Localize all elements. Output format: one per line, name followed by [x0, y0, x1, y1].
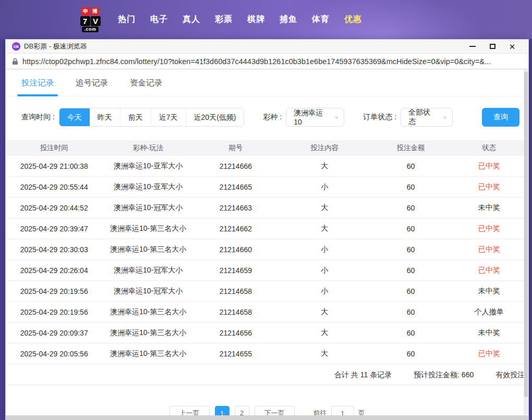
status-badge: 已中奖 — [478, 162, 500, 170]
url-text[interactable]: https://ctop02pchwp1.zfnc84.com/lottery/… — [22, 57, 522, 66]
minimize-button[interactable] — [463, 41, 482, 52]
cell-issue-number: 21214663 — [194, 204, 277, 212]
cell-bet-amount: 60 — [371, 204, 450, 212]
cell-game-play: 澳洲幸运10-冠军大小 — [102, 287, 194, 296]
logo-com-label: .com — [82, 27, 98, 32]
table-row[interactable]: 2025-04-29 20:30:03澳洲幸运10-第三名大小21214660小… — [6, 239, 528, 260]
column-header-状态: 状态 — [450, 143, 528, 153]
cell-status: 已中奖 — [450, 245, 528, 254]
chevron-down-icon: ∨ — [334, 115, 338, 120]
tab-资金记录[interactable]: 资金记录 — [130, 78, 162, 96]
url-bar[interactable]: https://ctop02pchwp1.zfnc84.com/lottery/… — [6, 54, 528, 69]
table-row[interactable]: 2025-04-29 20:19:56澳洲幸运10-冠军大小21214658小6… — [6, 281, 528, 302]
cell-bet-amount: 60 — [371, 287, 450, 295]
tab-追号记录[interactable]: 追号记录 — [76, 78, 108, 96]
time-option-近7天[interactable]: 近7天 — [151, 108, 186, 126]
table-row[interactable]: 2025-04-29 20:26:04澳洲幸运10-冠军大小21214659小6… — [6, 260, 528, 281]
nav-item-优惠[interactable]: 优惠 — [344, 14, 362, 25]
table-row[interactable]: 2025-04-29 20:19:56澳洲幸运10-第三名大小21214658大… — [6, 302, 528, 323]
cell-bet-time: 2025-04-29 20:19:56 — [6, 287, 102, 295]
minimize-icon — [469, 46, 476, 47]
cell-bet-amount: 60 — [371, 183, 450, 191]
nav-item-热门[interactable]: 热门 — [118, 14, 136, 25]
cell-issue-number: 21214655 — [194, 350, 277, 358]
nav-item-棋牌[interactable]: 棋牌 — [247, 14, 265, 25]
table-header-row: 投注时间彩种-玩法期号投注内容投注金额状态 — [6, 140, 528, 156]
table-body: 2025-04-29 21:00:38澳洲幸运10-亚军大小21214666大6… — [6, 156, 528, 364]
column-header-投注时间: 投注时间 — [6, 143, 102, 153]
order-status-select-value: 全部状态 — [408, 108, 438, 127]
cell-game-play: 澳洲幸运10-第三名大小 — [102, 307, 194, 317]
time-option-昨天[interactable]: 昨天 — [90, 108, 120, 126]
cell-issue-number: 21214659 — [194, 266, 277, 275]
logo-char-7: 7 — [80, 16, 90, 26]
site-logo[interactable]: 申 博 7 V .com — [77, 7, 103, 32]
table-row[interactable]: 2025-04-29 20:44:52澳洲幸运10-冠军大小21214663大6… — [6, 197, 528, 218]
cell-bet-content: 大 — [277, 307, 371, 317]
cell-bet-time: 2025-04-29 20:30:03 — [6, 245, 102, 254]
nav-item-真人[interactable]: 真人 — [183, 14, 200, 25]
cell-issue-number: 21214656 — [194, 329, 277, 337]
cell-bet-amount: 60 — [371, 162, 450, 170]
order-status-select[interactable]: 全部状态 ∨ — [401, 108, 453, 127]
window-controls: ✕ — [463, 41, 522, 52]
status-badge: 个人撤单 — [475, 307, 504, 316]
window-title: DB彩票 - 极速浏览器 — [24, 42, 87, 51]
nav-item-彩票[interactable]: 彩票 — [215, 14, 233, 25]
cell-status: 已中奖 — [450, 266, 528, 275]
cell-game-play: 澳洲幸运10-冠军大小 — [102, 266, 194, 275]
nav-item-体育[interactable]: 体育 — [312, 14, 330, 25]
cell-bet-amount: 60 — [371, 350, 450, 358]
app-icon: DB — [12, 42, 20, 51]
cell-bet-amount: 60 — [371, 308, 450, 316]
time-filter-label: 查询时间 : — [21, 113, 55, 122]
close-button[interactable]: ✕ — [502, 41, 522, 52]
table-row[interactable]: 2025-04-29 20:55:44澳洲幸运10-亚军大小21214665小6… — [6, 177, 528, 197]
cell-bet-time: 2025-04-29 20:19:56 — [6, 308, 102, 316]
search-button[interactable]: 查询 — [482, 108, 519, 127]
vertical-scrollbar-thumb[interactable] — [524, 71, 528, 397]
status-badge: 已中奖 — [478, 224, 500, 232]
status-badge: 已中奖 — [478, 349, 500, 357]
browser-window: DB DB彩票 - 极速浏览器 ✕ https://ctop02pchwp1.z… — [5, 39, 529, 420]
cell-bet-content: 大 — [277, 203, 371, 213]
tab-投注记录[interactable]: 投注记录 — [21, 78, 54, 96]
nav-item-捕鱼[interactable]: 捕鱼 — [280, 14, 297, 25]
status-badge: 未中奖 — [478, 287, 500, 295]
cell-bet-content: 小 — [277, 287, 371, 296]
cell-issue-number: 21214666 — [194, 162, 277, 170]
maximize-button[interactable] — [482, 41, 502, 52]
nav-item-电子[interactable]: 电子 — [150, 14, 168, 25]
table-row[interactable]: 2025-04-29 20:09:37澳洲幸运10-第三名大小21214656大… — [6, 323, 528, 343]
cell-bet-content: 大 — [277, 162, 371, 171]
time-option-今天[interactable]: 今天 — [59, 108, 90, 126]
lottery-select[interactable]: 澳洲幸运10 ∨ — [286, 108, 344, 127]
time-option-前天[interactable]: 前天 — [120, 108, 151, 126]
window-titlebar[interactable]: DB DB彩票 - 极速浏览器 ✕ — [6, 40, 528, 54]
cell-issue-number: 21214662 — [194, 225, 277, 233]
table-row[interactable]: 2025-04-29 20:05:56澳洲幸运10-第三名大小21214655大… — [6, 343, 528, 364]
logo-char-shen: 申 — [81, 7, 90, 16]
time-option-近20天(低频)[interactable]: 近20天(低频) — [186, 108, 244, 126]
logo-mid-row: 7 V — [80, 16, 101, 26]
table-row[interactable]: 2025-04-29 21:00:38澳洲幸运10-亚军大小21214666大6… — [6, 156, 528, 177]
vertical-scrollbar[interactable] — [524, 69, 528, 415]
cell-status: 未中奖 — [450, 203, 528, 213]
horizontal-scrollbar[interactable] — [6, 415, 528, 420]
cell-bet-content: 大 — [277, 224, 371, 233]
cell-game-play: 澳洲幸运10-亚军大小 — [102, 162, 194, 171]
cell-bet-time: 2025-04-29 20:39:47 — [6, 225, 102, 233]
cell-bet-time: 2025-04-29 20:09:37 — [6, 329, 102, 337]
column-header-投注内容: 投注内容 — [277, 143, 371, 153]
cell-bet-content: 小 — [277, 245, 371, 254]
cell-bet-time: 2025-04-29 20:55:44 — [6, 183, 102, 191]
cell-status: 未中奖 — [450, 287, 528, 296]
cell-status: 已中奖 — [450, 182, 528, 192]
top-nav: 申 博 7 V .com 热门电子真人彩票棋牌捕鱼体育优惠 — [0, 0, 532, 39]
status-badge: 已中奖 — [478, 266, 500, 274]
cell-game-play: 澳洲幸运10-第三名大小 — [102, 245, 194, 254]
tab-bar: 投注记录追号记录资金记录 — [6, 69, 528, 96]
cell-game-play: 澳洲幸运10-第三名大小 — [102, 349, 194, 359]
table-row[interactable]: 2025-04-29 20:39:47澳洲幸运10-第三名大小21214662大… — [6, 218, 528, 239]
cell-issue-number: 21214658 — [194, 308, 277, 316]
